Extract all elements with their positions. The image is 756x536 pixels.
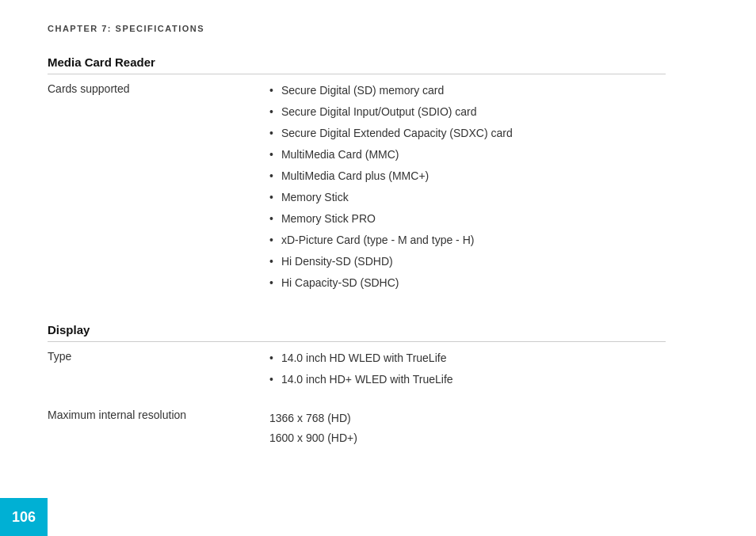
list-item: 14.0 inch HD+ WLED with TrueLife bbox=[269, 371, 666, 388]
list-item: 14.0 inch HD WLED with TrueLife bbox=[269, 350, 666, 367]
chapter-title: CHAPTER 7: SPECIFICATIONS bbox=[48, 24, 666, 33]
page-number-badge: 106 bbox=[0, 498, 48, 536]
list-item: Hi Density-SD (SDHD) bbox=[269, 253, 666, 270]
table-row: Cards supported Secure Digital (SD) memo… bbox=[48, 74, 666, 304]
list-item: Secure Digital Extended Capacity (SDXC) … bbox=[269, 125, 666, 142]
resolution-line-1: 1366 x 768 (HD) bbox=[269, 409, 666, 428]
section-media-card-reader: Media Card Reader Cards supported Secure… bbox=[48, 55, 666, 304]
table-row: Type 14.0 inch HD WLED with TrueLife 14.… bbox=[48, 342, 666, 401]
resolution-line-2: 1600 x 900 (HD+) bbox=[269, 428, 666, 448]
value-type: 14.0 inch HD WLED with TrueLife 14.0 inc… bbox=[269, 342, 666, 401]
table-row: Maximum internal resolution 1366 x 768 (… bbox=[48, 401, 666, 456]
list-item: Hi Capacity-SD (SDHC) bbox=[269, 275, 666, 291]
label-cards-supported: Cards supported bbox=[48, 74, 269, 304]
value-cards-supported: Secure Digital (SD) memory card Secure D… bbox=[269, 74, 666, 304]
value-max-resolution: 1366 x 768 (HD) 1600 x 900 (HD+) bbox=[269, 401, 666, 456]
label-max-resolution: Maximum internal resolution bbox=[48, 401, 269, 456]
list-item: MultiMedia Card (MMC) bbox=[269, 146, 666, 163]
cards-supported-list: Secure Digital (SD) memory card Secure D… bbox=[269, 82, 666, 291]
list-item: Memory Stick bbox=[269, 189, 666, 206]
label-type: Type bbox=[48, 342, 269, 401]
section-header-media-card-reader: Media Card Reader bbox=[48, 55, 666, 74]
section-header-display: Display bbox=[48, 323, 666, 342]
list-item: Secure Digital Input/Output (SDIO) card bbox=[269, 104, 666, 120]
page-content: CHAPTER 7: SPECIFICATIONS Media Card Rea… bbox=[0, 0, 713, 499]
media-card-table: Cards supported Secure Digital (SD) memo… bbox=[48, 74, 666, 304]
display-table: Type 14.0 inch HD WLED with TrueLife 14.… bbox=[48, 342, 666, 456]
list-item: Secure Digital (SD) memory card bbox=[269, 82, 666, 99]
type-list: 14.0 inch HD WLED with TrueLife 14.0 inc… bbox=[269, 350, 666, 388]
section-display: Display Type 14.0 inch HD WLED with True… bbox=[48, 323, 666, 456]
list-item: MultiMedia Card plus (MMC+) bbox=[269, 168, 666, 184]
list-item: Memory Stick PRO bbox=[269, 211, 666, 227]
list-item: xD-Picture Card (type - M and type - H) bbox=[269, 232, 666, 249]
page-number: 106 bbox=[12, 509, 36, 526]
resolution-lines: 1366 x 768 (HD) 1600 x 900 (HD+) bbox=[269, 409, 666, 448]
